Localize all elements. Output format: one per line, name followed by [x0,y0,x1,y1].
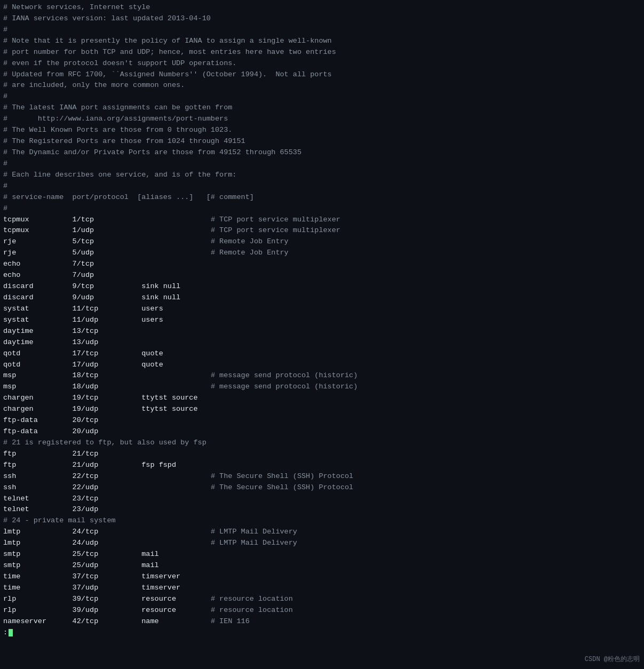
terminal-line: msp 18/tcp # message send protocol (hist… [3,370,641,381]
terminal-line: rje 5/tcp # Remote Job Entry [3,236,641,248]
terminal-line: telnet 23/udp [3,504,641,515]
terminal-line: # [3,91,641,102]
terminal-line: qotd 17/udp quote [3,360,641,371]
terminal-line: # The Dynamic and/or Private Ports are t… [3,147,641,158]
watermark: CSDN @粉色的志明 [585,655,640,665]
terminal-line: msp 18/udp # message send protocol (hist… [3,381,641,393]
terminal-line: nameserver 42/tcp name # IEN 116 [3,616,641,627]
terminal-line: ssh 22/udp # The Secure Shell (SSH) Prot… [3,482,641,493]
terminal-line: # IANA services version: last updated 20… [3,13,641,25]
terminal-line: # [3,181,641,192]
terminal-line: smtp 25/udp mail [3,560,641,571]
terminal-line: # port number for both TCP and UDP; henc… [3,47,641,58]
terminal-line: tcpmux 1/udp # TCP port service multiple… [3,225,641,236]
terminal-line: ftp-data 20/tcp [3,415,641,426]
terminal-line: discard 9/udp sink null [3,292,641,304]
terminal-line: daytime 13/tcp [3,326,641,337]
terminal-line: systat 11/tcp users [3,304,641,315]
terminal-line: ftp 21/tcp [3,449,641,460]
terminal-line: # [3,158,641,170]
terminal-line: systat 11/udp users [3,315,641,326]
terminal-line: qotd 17/tcp quote [3,348,641,360]
terminal-line: daytime 13/udp [3,337,641,348]
terminal-line: # even if the protocol doesn't support U… [3,58,641,69]
prompt-line: : [3,627,641,639]
terminal-line: tcpmux 1/tcp # TCP port service multiple… [3,214,641,226]
terminal-line: lmtp 24/udp # LMTP Mail Delivery [3,538,641,549]
terminal-line: # service-name port/protocol [aliases ..… [3,192,641,203]
terminal-line: # The latest IANA port assignments can b… [3,102,641,114]
terminal-line: rlp 39/tcp resource # resource location [3,594,641,605]
terminal-line: telnet 23/tcp [3,493,641,505]
terminal-line: lmtp 24/tcp # LMTP Mail Delivery [3,527,641,538]
terminal-line: # 21 is registered to ftp, but also used… [3,437,641,449]
terminal-line: discard 9/tcp sink null [3,281,641,292]
terminal-line: # The Well Known Ports are those from 0 … [3,125,641,136]
terminal-line: echo 7/tcp [3,259,641,270]
terminal-line: ftp-data 20/udp [3,426,641,437]
terminal-line: # 24 - private mail system [3,515,641,527]
terminal-line: ftp 21/udp fsp fspd [3,460,641,471]
terminal-line: # Note that it is presently the policy o… [3,36,641,47]
terminal-line: echo 7/udp [3,270,641,281]
terminal-line: # [3,203,641,214]
terminal-line: # The Registered Ports are those from 10… [3,136,641,147]
terminal-line: # http://www.iana.org/assignments/port-n… [3,114,641,125]
terminal-line: rje 5/udp # Remote Job Entry [3,248,641,259]
terminal-line: # [3,25,641,36]
terminal-cursor [9,629,13,636]
terminal-line: # are included, only the more common one… [3,80,641,91]
terminal-line: rlp 39/udp resource # resource location [3,605,641,616]
terminal-line: time 37/tcp timserver [3,571,641,583]
terminal-line: # Updated from RFC 1700, ``Assigned Numb… [3,69,641,81]
terminal-line: chargen 19/tcp ttytst source [3,393,641,404]
terminal-line: chargen 19/udp ttytst source [3,404,641,415]
terminal-line: # Each line describes one service, and i… [3,170,641,181]
terminal-line: smtp 25/tcp mail [3,549,641,560]
terminal-line: time 37/udp timserver [3,583,641,594]
terminal-line: ssh 22/tcp # The Secure Shell (SSH) Prot… [3,471,641,482]
terminal: # Network services, Internet style# IANA… [0,0,644,669]
terminal-line: # Network services, Internet style [3,2,641,13]
